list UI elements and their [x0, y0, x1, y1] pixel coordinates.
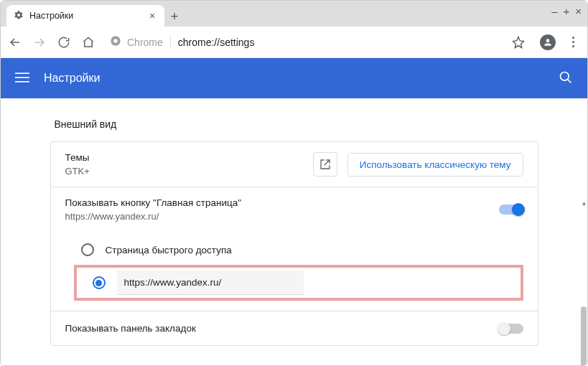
chrome-icon	[110, 35, 121, 49]
show-home-sub: https://www.yandex.ru/	[65, 211, 499, 222]
svg-point-5	[561, 72, 569, 80]
radio-new-tab-row: Страница быстрого доступа	[77, 235, 523, 265]
omnibox-text: Chrome chrome://settings	[127, 36, 254, 49]
show-bookmarks-label: Показывать панель закладок	[65, 323, 499, 334]
settings-header: Настройки	[1, 58, 587, 98]
show-home-label: Показывать кнопку "Главная страница"	[65, 197, 499, 208]
window-close-button[interactable]: ×	[575, 5, 582, 17]
gear-icon	[14, 10, 24, 22]
radio-new-tab-label: Страница быстрого доступа	[106, 245, 232, 255]
window-controls: – + ×	[551, 5, 582, 17]
home-page-options: Страница быстрого доступа	[51, 232, 538, 311]
themes-label: Темы	[65, 152, 303, 163]
radio-new-tab[interactable]	[81, 243, 94, 256]
back-button[interactable]	[8, 35, 22, 50]
svg-rect-4	[15, 81, 29, 83]
show-bookmarks-bar-row: Показывать панель закладок	[51, 311, 538, 345]
reload-button[interactable]	[57, 35, 71, 50]
show-home-toggle[interactable]	[499, 205, 523, 215]
scrollbar-thumb[interactable]	[581, 306, 587, 365]
minimize-button[interactable]: –	[551, 5, 557, 17]
maximize-button[interactable]: +	[563, 5, 569, 17]
tab-title: Настройки	[29, 11, 141, 21]
themes-row: Темы GTK+ Использовать классическую тему	[51, 142, 538, 187]
close-icon[interactable]: ×	[147, 11, 157, 21]
appearance-card: Темы GTK+ Использовать классическую тему…	[50, 141, 538, 346]
navigation-bar: Chrome chrome://settings	[1, 27, 587, 58]
profile-avatar[interactable]	[540, 34, 556, 50]
browser-tab[interactable]: Настройки ×	[6, 5, 164, 27]
home-button[interactable]	[81, 35, 95, 50]
section-title: Внешний вид	[55, 118, 538, 130]
open-external-icon[interactable]	[313, 152, 337, 177]
highlighted-custom-url-row	[74, 265, 523, 301]
use-classic-theme-button[interactable]: Использовать классическую тему	[347, 153, 523, 177]
scrollbar-up-icon[interactable]: ▴	[582, 199, 586, 207]
bookmark-star-icon[interactable]	[511, 35, 526, 50]
window-titlebar: Настройки × + – + ×	[1, 1, 587, 27]
svg-point-1	[113, 39, 117, 42]
content-area: Внешний вид Темы GTK+ Использовать класс…	[1, 98, 587, 365]
browser-menu-button[interactable]	[566, 35, 580, 50]
svg-rect-2	[15, 72, 29, 74]
show-home-button-row: Показывать кнопку "Главная страница" htt…	[51, 187, 538, 232]
menu-icon[interactable]	[15, 70, 29, 87]
search-icon[interactable]	[559, 70, 573, 87]
svg-rect-3	[15, 77, 29, 78]
forward-button[interactable]	[32, 35, 47, 50]
themes-sub: GTK+	[65, 166, 303, 177]
radio-custom-url[interactable]	[93, 276, 106, 289]
show-bookmarks-toggle[interactable]	[499, 324, 523, 334]
custom-url-input[interactable]	[117, 271, 304, 295]
settings-title: Настройки	[44, 72, 544, 85]
new-tab-button[interactable]: +	[164, 6, 185, 27]
address-bar[interactable]: Chrome chrome://settings	[106, 32, 530, 52]
